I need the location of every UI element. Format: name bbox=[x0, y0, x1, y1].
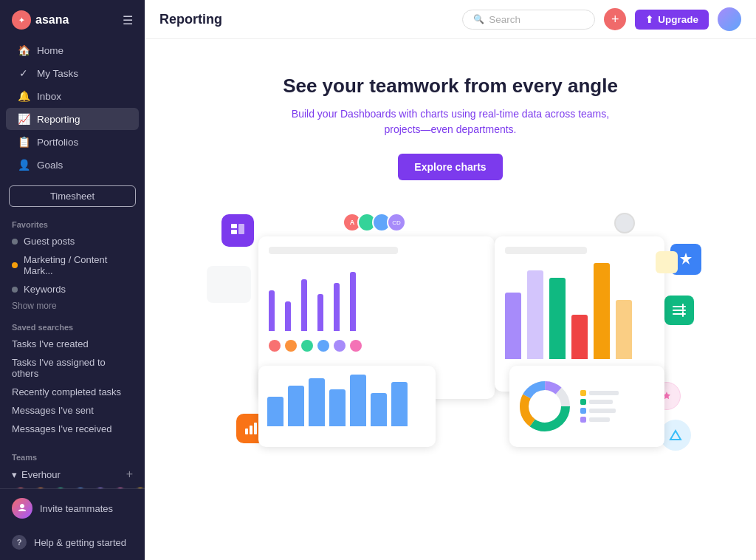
explore-charts-button[interactable]: Explore charts bbox=[398, 154, 502, 180]
bar-group bbox=[285, 301, 291, 331]
invite-teammates-row[interactable]: Invite teammates bbox=[0, 489, 145, 527]
team-add-icon[interactable]: + bbox=[126, 468, 133, 481]
chart-header-bar bbox=[269, 247, 398, 254]
saved-search-tasks-created[interactable]: Tasks I've created bbox=[0, 335, 145, 353]
add-button[interactable]: + bbox=[604, 8, 626, 30]
asana-logo-text: asana bbox=[35, 13, 69, 27]
mini-avatar bbox=[285, 340, 297, 352]
help-row[interactable]: ? Help & getting started bbox=[0, 527, 145, 560]
mini-avatar bbox=[269, 340, 281, 352]
sidebar-item-label: Reporting bbox=[37, 114, 80, 125]
sidebar-item-my-tasks[interactable]: ✓ My Tasks bbox=[6, 62, 139, 84]
page-title: Reporting bbox=[159, 12, 453, 27]
favorites-label: Favorites bbox=[0, 213, 145, 232]
legend-bar bbox=[589, 417, 610, 422]
main-content: Reporting 🔍 Search + ⬆ Upgrade See your … bbox=[145, 0, 756, 560]
bar-group bbox=[350, 272, 356, 331]
float-purple-icon bbox=[221, 214, 254, 247]
mini-avatar bbox=[350, 340, 362, 352]
show-more-favorites[interactable]: Show more bbox=[0, 298, 145, 315]
svg-rect-3 bbox=[238, 224, 244, 234]
float-avatar: CD bbox=[387, 213, 406, 232]
bar bbox=[350, 272, 356, 331]
bar bbox=[285, 301, 291, 331]
portfolio-icon: 📋 bbox=[18, 136, 30, 148]
legend-color bbox=[580, 399, 586, 405]
legend-color bbox=[580, 408, 586, 414]
sidebar-item-portfolios[interactable]: 📋 Portfolios bbox=[6, 131, 139, 153]
svg-rect-6 bbox=[254, 423, 257, 434]
fav-label: Guest posts bbox=[24, 236, 75, 247]
fav-item-guest-posts[interactable]: Guest posts bbox=[0, 232, 145, 250]
team-everhour[interactable]: ▾ Everhour bbox=[12, 469, 61, 480]
invite-avatar-icon bbox=[12, 498, 32, 519]
sidebar-item-home[interactable]: 🏠 Home bbox=[6, 39, 139, 61]
svg-rect-10 bbox=[682, 304, 684, 310]
sidebar-nav: 🏠 Home ✓ My Tasks 🔔 Inbox 📈 Reporting 📋 … bbox=[0, 35, 145, 180]
sidebar-item-goals[interactable]: 👤 Goals bbox=[6, 154, 139, 176]
donut-legend bbox=[580, 390, 619, 423]
legend-item bbox=[580, 399, 619, 405]
bar bbox=[301, 279, 307, 331]
sidebar-item-inbox[interactable]: 🔔 Inbox bbox=[6, 85, 139, 107]
saved-search-messages-received[interactable]: Messages I've received bbox=[0, 420, 145, 438]
fav-item-marketing[interactable]: Marketing / Content Mark... bbox=[0, 250, 145, 280]
float-avatar-group: A CD bbox=[347, 213, 406, 232]
b-bar bbox=[288, 386, 304, 426]
team-name: Everhour bbox=[21, 469, 61, 480]
bar-group bbox=[269, 290, 275, 331]
sidebar-item-reporting[interactable]: 📈 Reporting bbox=[6, 108, 139, 130]
ghost-avatar bbox=[614, 213, 635, 233]
svg-rect-7 bbox=[673, 306, 686, 307]
user-avatar[interactable] bbox=[718, 7, 741, 31]
bar bbox=[334, 283, 340, 331]
legend-color bbox=[580, 417, 586, 423]
c-bar bbox=[616, 300, 632, 359]
colored-bar-chart bbox=[505, 263, 654, 359]
sidebar-item-label: Inbox bbox=[37, 91, 61, 102]
hamburger-icon[interactable]: ☰ bbox=[123, 13, 133, 27]
fav-label: Marketing / Content Mark... bbox=[24, 254, 133, 276]
chevron-down-icon: ▾ bbox=[12, 469, 17, 480]
saved-search-recently-completed[interactable]: Recently completed tasks bbox=[0, 383, 145, 401]
b-bar bbox=[350, 375, 366, 426]
fav-item-keywords[interactable]: Keywords bbox=[0, 280, 145, 298]
invite-teammates-label: Invite teammates bbox=[40, 503, 113, 514]
upgrade-label: Upgrade bbox=[658, 14, 698, 25]
search-icon: 🔍 bbox=[473, 14, 484, 24]
upgrade-button[interactable]: ⬆ Upgrade bbox=[635, 10, 709, 30]
avatar-row bbox=[269, 340, 484, 352]
c-bar bbox=[571, 315, 588, 359]
search-box[interactable]: 🔍 Search bbox=[462, 10, 595, 30]
teams-label: Teams bbox=[0, 445, 145, 465]
bottom-left-chart-card bbox=[258, 366, 436, 447]
svg-rect-9 bbox=[673, 313, 686, 315]
bar-chart bbox=[269, 264, 484, 331]
help-label: Help & getting started bbox=[34, 537, 126, 548]
asana-logo[interactable]: ✦ asana bbox=[12, 10, 69, 30]
saved-search-tasks-assigned[interactable]: Tasks I've assigned to others bbox=[0, 353, 145, 383]
timesheet-button[interactable]: Timesheet bbox=[9, 185, 136, 207]
svg-rect-5 bbox=[250, 426, 252, 434]
c-bar bbox=[549, 278, 566, 359]
float-yellow-card bbox=[656, 251, 678, 273]
ghost-card bbox=[207, 266, 251, 303]
sidebar-item-label: My Tasks bbox=[37, 68, 78, 79]
dashboard-illustration: A CD bbox=[199, 207, 701, 458]
svg-rect-1 bbox=[231, 224, 237, 228]
sidebar-item-label: Home bbox=[37, 45, 63, 56]
saved-searches-label: Saved searches bbox=[0, 315, 145, 335]
chart-icon: 📈 bbox=[18, 113, 30, 125]
legend-item bbox=[580, 390, 619, 396]
svg-rect-8 bbox=[673, 310, 686, 311]
b-bar bbox=[371, 393, 387, 426]
b-bar bbox=[391, 382, 408, 426]
topbar: Reporting 🔍 Search + ⬆ Upgrade bbox=[145, 0, 756, 39]
float-green-icon bbox=[664, 296, 694, 325]
saved-search-messages-sent[interactable]: Messages I've sent bbox=[0, 401, 145, 420]
svg-rect-11 bbox=[682, 311, 684, 317]
blue-bar-chart bbox=[267, 375, 427, 426]
c-bar bbox=[527, 270, 543, 359]
search-placeholder: Search bbox=[489, 14, 520, 25]
legend-bar bbox=[589, 391, 619, 395]
